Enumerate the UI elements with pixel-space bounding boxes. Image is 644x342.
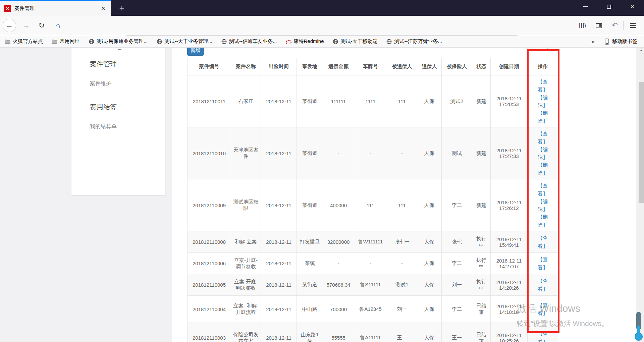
table-cell: 1111 xyxy=(354,75,387,127)
table-cell: 李二 xyxy=(442,296,472,323)
menu-hamburger-icon[interactable] xyxy=(627,20,639,31)
table-cell: 立案--和解-开庭流程 xyxy=(231,296,261,323)
page-content: 案件管理案件维护费用结算我的结算单 新增 案件编号案件名称出险时间事发地追偿金额… xyxy=(0,48,644,342)
case-table: 案件编号案件名称出险时间事发地追偿金额车牌号被追偿人追偿人被保险人状态创建日期操… xyxy=(187,58,558,342)
table-cell: 2018-12-11 xyxy=(261,323,297,342)
scrollbar-up-arrow[interactable]: ⌃ xyxy=(638,49,644,54)
back-button[interactable]: ← xyxy=(3,19,16,32)
table-cell: 某街道 xyxy=(297,75,323,127)
bookmark-item[interactable]: 测试-天丰移动端 xyxy=(333,38,378,45)
table-cell: 32000000 xyxy=(323,231,354,253)
bookmark-label: 火狐官方站点 xyxy=(13,38,43,45)
table-cell: 2018-12-11 17:27:33 xyxy=(491,127,528,179)
bookmark-item[interactable]: 测试--天丰业务管理... xyxy=(157,38,213,45)
reload-button[interactable]: ↻ xyxy=(35,19,48,32)
table-cell: 王二 xyxy=(387,323,417,342)
table-cell: 2018-12-11 xyxy=(261,75,297,127)
table-cell: 201812110009 xyxy=(187,179,231,231)
column-header: 案件名称 xyxy=(231,58,261,75)
window-minimize-button[interactable] xyxy=(578,0,593,13)
table-cell: 立案-开庭-判决签收 xyxy=(231,274,261,296)
sidebar-section: 案件管理案件维护 xyxy=(90,60,165,87)
table-cell: 人保 xyxy=(417,274,442,296)
bookmarks-list: 火狐官方站点常用网址测试-易保通业务管理...测试--天丰业务管理...测试--… xyxy=(5,38,451,45)
table-row: 201812110009测试地区权限2018-12-11某街道400000111… xyxy=(187,179,558,231)
window-restore-button[interactable] xyxy=(601,0,616,13)
table-cell: 55555 xyxy=(323,323,354,342)
bookmark-label: 测试-天丰移动端 xyxy=(341,38,378,45)
navigation-toolbar: ← → ↻ ⌂ i proxy1.countnet.cn:20892/SBG/C… xyxy=(0,16,644,35)
table-cell: 2018-12-11 xyxy=(261,253,297,274)
bookmark-item[interactable]: 康特Redmine xyxy=(286,38,324,45)
table-row: 201812110011石家庄2018-12-11某街道111111111111… xyxy=(187,75,558,127)
table-cell: 已结束 xyxy=(472,296,491,323)
table-header-row: 案件编号案件名称出险时间事发地追偿金额车牌号被追偿人追偿人被保险人状态创建日期操… xyxy=(187,58,558,75)
table-cell: 王一 xyxy=(442,323,472,342)
table-cell: 2018-12-11 xyxy=(261,127,297,179)
window-close-button[interactable]: ✕ xyxy=(625,0,640,13)
table-cell: 2018-12-11 14:27:07 xyxy=(491,253,528,274)
table-cell: 保险公司发布立案 xyxy=(231,323,261,342)
bookmark-item[interactable]: 测试-易保通业务管理... xyxy=(89,38,148,45)
forward-button[interactable]: → xyxy=(19,19,33,32)
column-header: 被保险人 xyxy=(442,58,472,75)
toolbar-divider xyxy=(623,21,624,30)
bookmark-label: 常用网址 xyxy=(60,38,80,45)
bookmark-item-mobile[interactable]: 移动版书签 xyxy=(604,38,637,45)
add-case-button[interactable]: 新增 xyxy=(187,48,204,56)
column-header: 车牌号 xyxy=(354,58,387,75)
table-cell: 立案-开庭-调节签收 xyxy=(231,253,261,274)
table-cell: 111 xyxy=(354,179,387,231)
sidebar-panel-icon[interactable] xyxy=(593,20,604,31)
table-cell: 人保 xyxy=(417,231,442,253)
library-icon[interactable]: |||\ xyxy=(577,20,588,31)
bookmark-item[interactable]: 测试--信通车友业务... xyxy=(221,38,277,45)
bookmark-label: 测试--信通车友业务... xyxy=(229,38,277,45)
table-cell: 人保 xyxy=(417,253,442,274)
table-cell: 新建 xyxy=(472,179,491,231)
table-row: 201812110005立案-开庭-判决签收2018-12-11某街道57068… xyxy=(187,274,558,296)
globe-icon xyxy=(221,39,227,44)
folder-icon xyxy=(52,39,57,44)
table-cell: 人保 xyxy=(417,75,442,127)
table-cell: 2018-12-11 xyxy=(261,296,297,323)
table-cell: 2018-12-11 17:26:12 xyxy=(491,179,528,231)
table-cell: 打发撒旦 xyxy=(297,231,323,253)
table-row: 201812110003保险公司发布立案2018-12-11山东路1号55555… xyxy=(187,323,558,342)
table-cell: 某街道 xyxy=(297,274,323,296)
table-cell: 人保 xyxy=(417,323,442,342)
table-cell: 111 xyxy=(387,179,417,231)
table-cell: 2018-12-11 xyxy=(261,274,297,296)
bookmark-item[interactable]: 测试--江苏万舜业务... xyxy=(386,38,442,45)
table-cell: 201812110008 xyxy=(187,231,231,253)
undo-icon[interactable]: ↶ xyxy=(609,20,621,31)
table-cell: 鲁A11111 xyxy=(354,323,387,342)
table-cell: 2018-12-11 17:28:53 xyxy=(491,75,528,127)
home-button[interactable]: ⌂ xyxy=(51,19,64,32)
bookmark-label: 测试-易保通业务管理... xyxy=(97,38,148,45)
bookmark-item[interactable]: 火狐官方站点 xyxy=(5,38,43,45)
annotation-red-box xyxy=(527,49,559,333)
table-cell: 2018-12-11 xyxy=(261,179,297,231)
globe-icon xyxy=(157,39,162,44)
bookmarks-overflow-chevron[interactable]: » xyxy=(591,38,604,45)
table-cell: 鲁W111111 xyxy=(354,231,387,253)
column-header: 追偿人 xyxy=(417,58,442,75)
table-cell: 执行中 xyxy=(472,231,491,253)
tab-close-icon[interactable]: ✕ xyxy=(100,5,107,12)
table-cell: 111111 xyxy=(323,75,354,127)
new-tab-button[interactable]: + xyxy=(116,2,128,14)
table-cell: 刘一 xyxy=(442,274,472,296)
bookmark-item[interactable]: 常用网址 xyxy=(52,38,80,45)
redmine-icon xyxy=(286,39,291,44)
browser-tab[interactable]: ✕ 案件管理 ✕ xyxy=(0,0,111,16)
sidebar-item[interactable]: 我的结算单 xyxy=(90,123,165,130)
table-cell: 201812110003 xyxy=(187,323,231,342)
table-cell: 石家庄 xyxy=(231,75,261,127)
scrollbar-thumb[interactable] xyxy=(639,82,644,203)
table-cell: 201812110011 xyxy=(187,75,231,127)
sidebar-item[interactable]: 案件维护 xyxy=(90,80,165,87)
table-cell: 某镇 xyxy=(297,253,323,274)
column-header: 被追偿人 xyxy=(387,58,417,75)
table-cell: 张七一 xyxy=(387,231,417,253)
